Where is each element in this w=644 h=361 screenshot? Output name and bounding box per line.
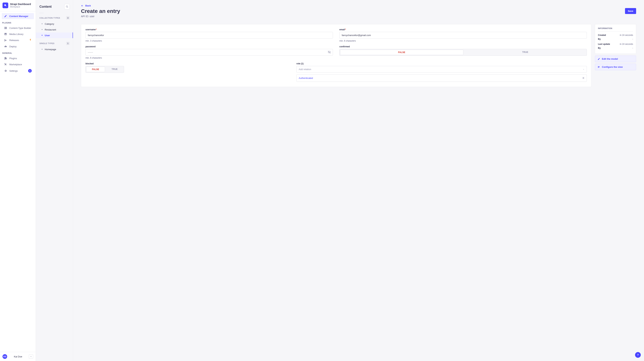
nav-media-library[interactable]: Media Library	[2, 31, 34, 37]
save-button[interactable]: Save	[625, 8, 636, 14]
bullet-icon: •	[42, 48, 43, 51]
info-val: -	[632, 38, 633, 40]
close-icon[interactable]: ✕	[582, 76, 584, 80]
role-chip-link[interactable]: Authenticated	[299, 77, 313, 80]
nav-heading-plugins: PLUGINS	[0, 19, 36, 25]
username-hint: min. 3 characters	[86, 40, 333, 42]
field-username: username* min. 3 characters	[86, 28, 333, 42]
api-id: API ID: user	[81, 15, 120, 18]
info-heading: INFORMATION	[598, 27, 633, 32]
gear-icon	[4, 69, 7, 72]
toggle-true[interactable]: TRUE	[106, 66, 124, 72]
collection-item-category[interactable]: • Category	[36, 21, 73, 27]
sidebar-footer: KD Kai Doe	[0, 352, 36, 361]
field-confirmed: confirmed FALSE TRUE	[340, 45, 587, 59]
toggle-true[interactable]: TRUE	[464, 49, 587, 56]
required-mark: *	[345, 28, 346, 31]
lightning-icon	[29, 39, 32, 42]
brand: Strapi Dashboard Workplace	[0, 0, 36, 11]
nav-label: Releases	[9, 39, 19, 42]
nav-marketplace[interactable]: Marketplace	[2, 61, 34, 68]
nav-heading-general: GENERAL	[0, 50, 36, 55]
info-key: Created	[598, 34, 606, 36]
username-input[interactable]	[86, 32, 333, 38]
field-email: email* min. 6 characters	[340, 28, 587, 42]
configure-view-label: Configure the view	[602, 66, 623, 68]
info-card: INFORMATION Created in 24 seconds By - L…	[595, 24, 636, 54]
nav-label: Deploy	[9, 45, 16, 48]
pencil-icon	[598, 58, 600, 60]
role-placeholder: Add relation	[299, 68, 311, 70]
password-input[interactable]	[86, 49, 333, 56]
help-button[interactable]: ?	[635, 352, 641, 358]
nav-releases[interactable]: Releases	[2, 37, 34, 44]
info-row-created: Created in 24 seconds	[598, 34, 633, 36]
edit-model-button[interactable]: Edit the model	[595, 56, 636, 62]
collection-label: Category	[45, 22, 54, 25]
brand-title: Strapi Dashboard	[10, 3, 31, 6]
nav-label: Media Library	[9, 33, 24, 36]
settings-badge: 1	[28, 69, 32, 72]
nav-deploy[interactable]: Deploy	[2, 44, 34, 50]
pencil-square-icon	[4, 15, 7, 18]
brand-logo	[2, 2, 8, 8]
role-select[interactable]: Add relation	[296, 66, 587, 72]
single-heading-label: SINGLE TYPES	[40, 42, 54, 44]
password-hint: min. 6 characters	[86, 57, 333, 59]
role-chip: Authenticated ✕	[296, 74, 587, 82]
collection-label: Restaurant	[45, 28, 56, 31]
nav-settings[interactable]: Settings 1	[2, 68, 34, 74]
collection-label: User	[45, 34, 50, 37]
field-role: role (1) Add relation Authenticated ✕	[296, 62, 587, 82]
field-blocked: blocked FALSE TRUE	[86, 62, 333, 82]
single-count: 1	[66, 42, 70, 45]
collection-heading-label: COLLECTION TYPES	[40, 17, 60, 19]
label-text: email	[340, 28, 345, 31]
eye-off-icon[interactable]	[328, 50, 331, 54]
page-title: Create an entry	[81, 8, 120, 14]
form-card: username* min. 3 characters email* min. …	[81, 24, 591, 87]
collapse-sidebar-button[interactable]	[29, 354, 33, 359]
svg-rect-1	[6, 6, 6, 6]
nav-label: Settings	[9, 70, 18, 72]
info-key: Last update	[598, 43, 610, 45]
nav-label: Plugins	[9, 57, 17, 60]
strapi-logo-icon	[4, 4, 7, 7]
nav-label: Content Manager	[9, 15, 28, 18]
nav-content-manager[interactable]: Content Manager	[2, 13, 34, 19]
content-panel-title: Content	[40, 5, 52, 8]
collection-item-restaurant[interactable]: • Restaurant	[36, 27, 73, 32]
collection-count: 3	[66, 16, 70, 20]
blocked-toggle[interactable]: FALSE TRUE	[86, 66, 124, 73]
confirmed-toggle[interactable]: FALSE TRUE	[340, 49, 587, 56]
avatar[interactable]: KD	[2, 354, 7, 359]
toggle-false[interactable]: FALSE	[340, 50, 464, 55]
nav-label: Marketplace	[9, 63, 22, 66]
caret-down-icon	[583, 68, 584, 70]
cloud-icon	[4, 45, 7, 48]
back-label: Back	[85, 4, 91, 7]
toggle-false[interactable]: FALSE	[86, 67, 105, 72]
sidebar-main: Strapi Dashboard Workplace Content Manag…	[0, 0, 36, 361]
email-hint: min. 6 characters	[340, 40, 587, 42]
collection-item-user[interactable]: • User	[36, 32, 73, 38]
nav-plugins[interactable]: Plugins	[2, 55, 34, 61]
list-icon	[598, 66, 600, 68]
role-label: role (1)	[296, 62, 587, 65]
user-name: Kai Doe	[9, 355, 27, 358]
back-link[interactable]: Back	[81, 4, 636, 7]
confirmed-label: confirmed	[340, 45, 587, 48]
info-row-created-by: By -	[598, 38, 633, 40]
side-panel: INFORMATION Created in 24 seconds By - L…	[595, 24, 636, 72]
configure-view-button[interactable]: Configure the view	[595, 64, 636, 70]
nav-content-type-builder[interactable]: Content-Type Builder	[2, 25, 34, 31]
single-item-homepage[interactable]: • Homepage	[36, 46, 73, 52]
search-icon	[66, 6, 68, 8]
single-types-heading: SINGLE TYPES 1	[36, 40, 73, 46]
email-input[interactable]	[340, 32, 587, 38]
search-button[interactable]	[64, 4, 70, 9]
field-password: password min. 6 characters	[86, 45, 333, 59]
info-key: By	[598, 38, 601, 40]
main-content: Back Create an entry API ID: user Save u…	[73, 0, 644, 361]
email-label: email*	[340, 28, 587, 31]
